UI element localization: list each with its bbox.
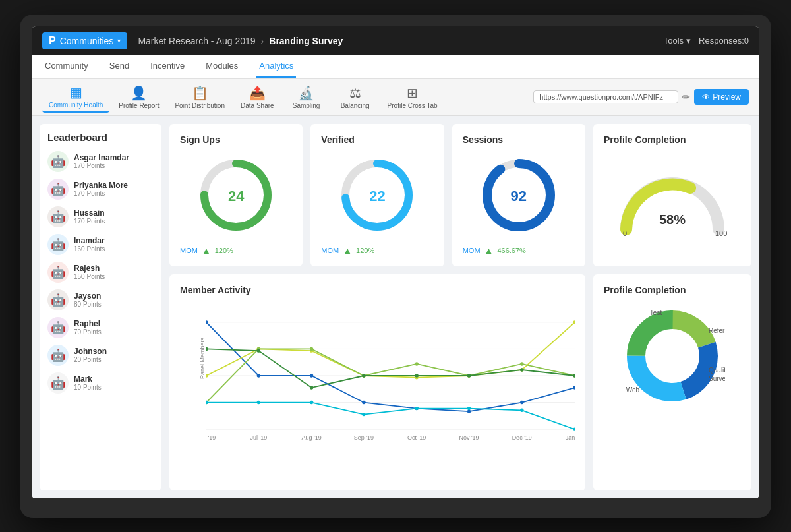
communities-dropdown-icon[interactable]: ▾ — [117, 37, 121, 44]
svg-point-61 — [310, 400, 313, 403]
toolbar-community-health[interactable]: ▦ Community Health — [42, 82, 109, 113]
toolbar-profile-cross-tab[interactable]: ⊞ Profile Cross Tab — [381, 82, 444, 112]
member-info: Johnson 20 Points — [74, 347, 107, 363]
profile-report-icon: 👤 — [131, 85, 147, 101]
member-info: Mark 10 Points — [74, 374, 102, 391]
subnav-community[interactable]: Community — [42, 55, 91, 78]
profile-completion-pie-card: Profile Completion — [593, 274, 751, 490]
avatar: 🤖 — [47, 179, 69, 200]
communities-label: Communities — [60, 36, 114, 46]
toolbar-point-distribution[interactable]: 📋 Point Distribution — [168, 82, 231, 112]
svg-text:Jan '19: Jan '19 — [566, 434, 575, 441]
svg-point-52 — [257, 349, 260, 352]
svg-text:Dec '19: Dec '19 — [512, 434, 532, 441]
balancing-icon: ⚖ — [349, 85, 361, 101]
right-content: Sign Ups 24 MOM — [169, 124, 751, 490]
responses-label: Responses:0 — [699, 36, 749, 45]
member-info: Inamdar 160 Points — [74, 236, 105, 252]
subnav-send[interactable]: Send — [107, 55, 132, 78]
member-points: 170 Points — [74, 190, 128, 197]
toolbar-community-health-label: Community Health — [49, 102, 103, 109]
toolbar: ▦ Community Health 👤 Profile Report 📋 Po… — [32, 79, 759, 116]
member-name: Rajesh — [74, 264, 105, 273]
svg-point-60 — [257, 400, 260, 403]
verified-title: Verified — [321, 134, 355, 145]
svg-point-53 — [310, 386, 313, 389]
gauge-svg: 58% 0 100 — [616, 170, 728, 236]
list-item: 🤖 Inamdar 160 Points — [47, 234, 154, 255]
list-item: 🤖 Hussain 170 Points — [47, 206, 154, 227]
svg-text:0: 0 — [623, 229, 627, 236]
member-info: Priyanka More 170 Points — [74, 181, 128, 197]
communities-logo[interactable]: P Communities ▾ — [42, 32, 127, 49]
toolbar-data-share[interactable]: 📤 Data Share — [234, 82, 281, 112]
list-item: 🤖 Raphel 70 Points — [47, 317, 154, 338]
toolbar-profile-cross-tab-label: Profile Cross Tab — [388, 102, 438, 109]
breadcrumb-parent[interactable]: Market Research - Aug 2019 — [138, 36, 255, 46]
leaderboard-title: Leaderboard — [47, 132, 154, 143]
tools-dropdown-icon: ▾ — [686, 36, 691, 45]
sign-ups-title: Sign Ups — [180, 134, 220, 145]
svg-point-58 — [573, 374, 575, 377]
list-item: 🤖 Jayson 80 Points — [47, 289, 154, 310]
svg-point-63 — [415, 406, 418, 409]
gauge-title: Profile Completion — [604, 134, 741, 145]
verified-donut: 22 — [337, 156, 417, 237]
sign-ups-card: Sign Ups 24 MOM — [169, 124, 303, 266]
svg-text:Jul '19: Jul '19 — [250, 434, 267, 441]
subnav-modules[interactable]: Modules — [203, 55, 241, 78]
toolbar-point-distribution-label: Point Distribution — [175, 102, 225, 109]
top-navigation: P Communities ▾ Market Research - Aug 20… — [32, 26, 759, 55]
svg-text:Survey: Survey — [709, 375, 725, 382]
sessions-trend-icon: ▲ — [484, 245, 494, 256]
leaderboard-sidebar: Leaderboard 🤖 Asgar Inamdar 170 Points 🤖… — [40, 124, 161, 490]
svg-point-56 — [467, 374, 471, 377]
svg-text:Jun '19: Jun '19 — [206, 434, 216, 441]
breadcrumb: Market Research - Aug 2019 › Branding Su… — [138, 36, 343, 46]
member-points: 20 Points — [74, 356, 107, 363]
list-item: 🤖 Priyanka More 170 Points — [47, 179, 154, 200]
gauge-container: 58% 0 100 — [604, 150, 741, 256]
member-name: Jayson — [74, 291, 102, 301]
toolbar-balancing[interactable]: ⚖ Balancing — [332, 82, 378, 112]
avatar: 🤖 — [47, 289, 69, 310]
list-item: 🤖 Johnson 20 Points — [47, 345, 154, 366]
toolbar-profile-report-label: Profile Report — [119, 102, 159, 109]
member-name: Inamdar — [74, 236, 105, 245]
verified-donut-container: 22 — [321, 156, 433, 237]
logo-letter: P — [49, 35, 56, 47]
url-input[interactable] — [533, 90, 678, 103]
line-chart-svg: 0 2.5 5 7.5 10 Jun '19 Jul '19 Aug '19 S… — [206, 303, 575, 448]
toolbar-sampling[interactable]: 🔬 Sampling — [283, 82, 330, 112]
list-item: 🤖 Asgar Inamdar 170 Points — [47, 151, 154, 172]
avatar: 🤖 — [47, 151, 69, 172]
subnav-incentive[interactable]: Incentive — [148, 55, 187, 78]
member-info: Hussain 170 Points — [74, 208, 105, 225]
svg-point-51 — [206, 347, 208, 350]
avatar: 🤖 — [47, 317, 69, 338]
profile-completion-gauge-card: Profile Completion 58% 0 — [593, 124, 751, 266]
sign-ups-donut-container: 24 — [180, 156, 292, 237]
member-activity-card: Member Activity Panel Members — [169, 274, 585, 490]
member-points: 170 Points — [74, 218, 105, 225]
screen: P Communities ▾ Market Research - Aug 20… — [32, 26, 759, 498]
member-activity-title: Member Activity — [180, 285, 575, 295]
edit-icon[interactable]: ✏ — [682, 92, 690, 102]
verified-mom-row: MOM ▲ 120% — [321, 245, 374, 256]
tools-button[interactable]: Tools ▾ — [664, 36, 691, 45]
pie-title: Profile Completion — [604, 285, 741, 295]
sign-ups-donut: 24 — [196, 156, 276, 237]
member-points: 80 Points — [74, 301, 102, 308]
sign-ups-mom-label: MOM — [180, 247, 198, 254]
member-info: Asgar Inamdar 170 Points — [74, 153, 129, 169]
breadcrumb-separator: › — [261, 36, 264, 46]
preview-label: Preview — [713, 92, 741, 102]
member-info: Rajesh 150 Points — [74, 264, 105, 280]
preview-button[interactable]: 👁 Preview — [694, 89, 749, 105]
laptop-frame: P Communities ▾ Market Research - Aug 20… — [20, 15, 771, 518]
member-name: Mark — [74, 374, 102, 384]
svg-point-34 — [573, 386, 575, 389]
subnav-analytics[interactable]: Analytics — [256, 55, 296, 78]
toolbar-profile-report[interactable]: 👤 Profile Report — [112, 82, 165, 112]
verified-mom-label: MOM — [321, 247, 339, 254]
